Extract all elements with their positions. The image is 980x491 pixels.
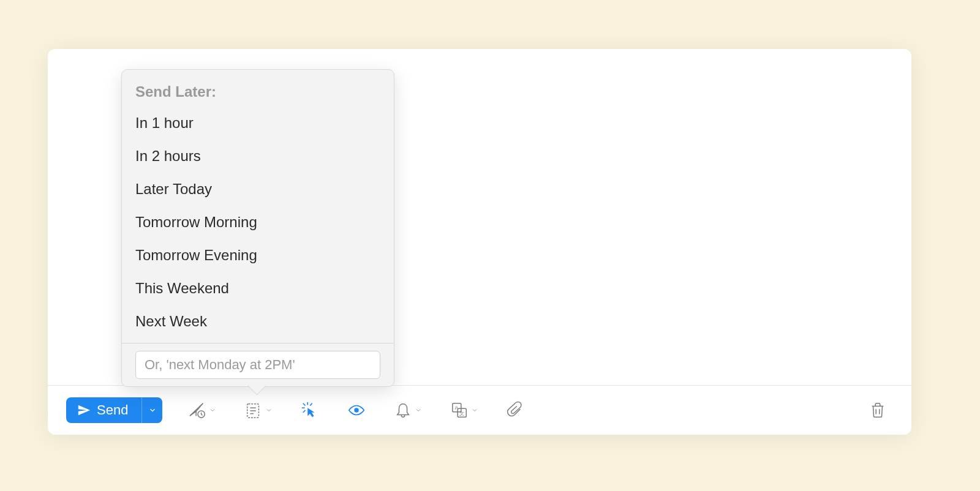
send-button[interactable]: Send xyxy=(66,397,141,423)
cursor-click-icon xyxy=(301,401,319,419)
translate-button[interactable]: A 文 xyxy=(444,396,484,424)
paperclip-icon xyxy=(507,401,525,419)
chevron-down-icon xyxy=(471,407,478,414)
click-tracking-button[interactable] xyxy=(295,396,325,424)
translate-icon: A 文 xyxy=(450,401,469,419)
delete-button[interactable] xyxy=(862,396,893,424)
send-later-option-tomorrow-morning[interactable]: Tomorrow Morning xyxy=(122,206,394,239)
eye-icon xyxy=(347,401,366,419)
compose-toolbar: Send xyxy=(48,386,911,435)
paper-plane-icon xyxy=(77,403,91,417)
popover-title: Send Later: xyxy=(122,70,394,107)
svg-text:A: A xyxy=(455,405,459,411)
chevron-down-icon xyxy=(265,407,273,414)
send-later-option-weekend[interactable]: This Weekend xyxy=(122,272,394,305)
send-dropdown-button[interactable] xyxy=(141,397,162,423)
svg-line-7 xyxy=(303,403,306,406)
send-later-option-2hours[interactable]: In 2 hours xyxy=(122,140,394,173)
chevron-down-icon xyxy=(415,407,422,414)
templates-button[interactable] xyxy=(238,396,279,424)
bell-icon xyxy=(394,401,412,419)
send-later-button[interactable] xyxy=(182,396,222,424)
chevron-down-icon xyxy=(148,406,157,414)
trash-icon xyxy=(869,401,887,419)
send-button-group: Send xyxy=(66,397,162,423)
send-later-option-tomorrow-evening[interactable]: Tomorrow Evening xyxy=(122,239,394,272)
template-icon xyxy=(244,401,263,419)
svg-line-8 xyxy=(310,403,312,406)
attachment-button[interactable] xyxy=(500,396,531,424)
svg-line-9 xyxy=(303,410,306,413)
send-later-option-next-week[interactable]: Next Week xyxy=(122,305,394,338)
read-receipt-button[interactable] xyxy=(341,396,372,424)
svg-text:文: 文 xyxy=(459,410,464,416)
send-later-icon xyxy=(188,401,206,419)
chevron-down-icon xyxy=(209,407,216,414)
send-later-option-later-today[interactable]: Later Today xyxy=(122,173,394,206)
send-later-option-1hour[interactable]: In 1 hour xyxy=(122,107,394,140)
reminder-button[interactable] xyxy=(388,396,428,424)
popover-divider xyxy=(122,343,394,343)
compose-window: Send xyxy=(48,49,911,435)
send-later-custom-input[interactable] xyxy=(135,351,380,379)
svg-point-10 xyxy=(355,408,360,413)
send-button-label: Send xyxy=(97,402,128,418)
send-later-popover: Send Later: In 1 hour In 2 hours Later T… xyxy=(121,69,394,387)
